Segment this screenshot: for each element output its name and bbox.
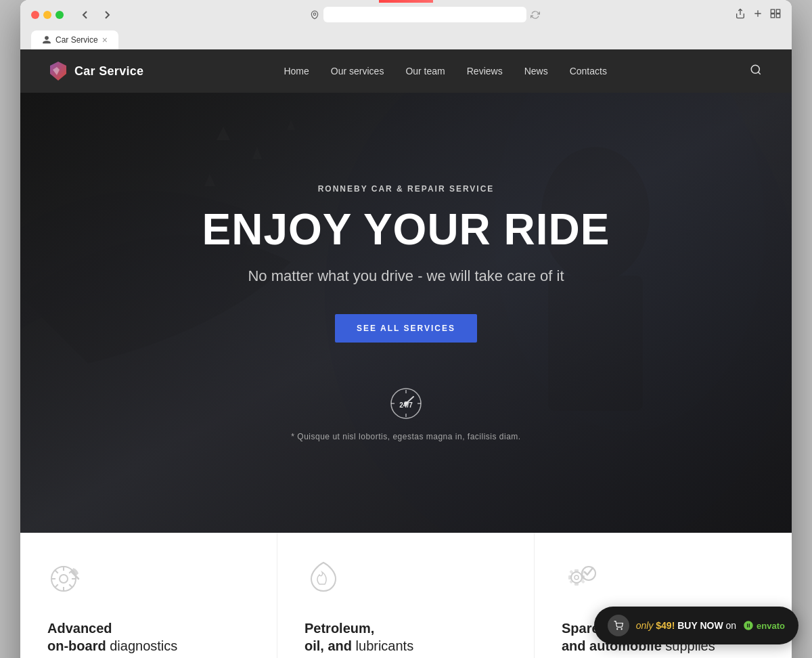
nav-contacts[interactable]: Contacts: [570, 66, 607, 76]
hero-description: No matter what you drive - we will take …: [202, 266, 610, 287]
browser-tabs: Car Service ×: [31, 28, 781, 49]
browser-top-bar: rnbtheme.com: [31, 7, 781, 22]
svg-line-33: [55, 584, 58, 587]
service-title-bold-3: Petroleum,: [304, 621, 374, 636]
svg-point-26: [60, 575, 68, 583]
hero-title: ENJOY YOUR RIDE: [202, 207, 610, 253]
svg-rect-6: [771, 14, 774, 17]
close-button[interactable]: [31, 11, 39, 19]
svg-point-7: [751, 65, 759, 73]
service-card-petroleum: Petroleum, oil, and lubricants: [277, 533, 535, 658]
service-title-bold-2: on-board: [47, 638, 106, 653]
cta-button[interactable]: SEE ALL SERVICES: [335, 314, 477, 343]
service-title-bold-1: Advanced: [47, 621, 112, 636]
svg-point-48: [621, 629, 622, 630]
service-card-diagnostics: Advanced on-board diagnostics: [20, 533, 277, 658]
svg-point-47: [616, 629, 617, 630]
url-input[interactable]: rnbtheme.com: [323, 7, 526, 22]
svg-rect-5: [776, 14, 780, 17]
main-navigation: Car Service Home Our services Our team R…: [20, 49, 792, 93]
clock-icon: 24/7: [382, 383, 430, 424]
windows-button[interactable]: [770, 8, 781, 22]
service-title-normal-2b: lubricants: [356, 638, 414, 653]
svg-rect-3: [771, 9, 774, 13]
buy-toggle-button[interactable]: [608, 615, 629, 636]
svg-rect-38: [574, 569, 579, 573]
hero-subtitle: RONNEBY CAR & REPAIR SERVICE: [202, 184, 610, 194]
forward-button[interactable]: [99, 8, 115, 22]
browser-controls: [77, 8, 115, 22]
service-title-normal-1b: diagnostics: [110, 638, 177, 653]
share-button[interactable]: [735, 8, 746, 22]
maximize-button[interactable]: [55, 11, 64, 19]
buy-banner[interactable]: only $49! BUY NOW on envato: [594, 607, 798, 644]
hero-section: RONNEBY CAR & REPAIR SERVICE ENJOY YOUR …: [20, 93, 792, 533]
browser-chrome: rnbtheme.com: [20, 0, 792, 49]
envato-logo: envato: [743, 620, 785, 631]
svg-line-32: [69, 584, 72, 587]
buy-text: only $49! BUY NOW on: [636, 620, 736, 631]
tab-close-button[interactable]: ×: [102, 35, 108, 45]
nav-links: Home Our services Our team Reviews News …: [284, 65, 606, 77]
nav-home[interactable]: Home: [284, 66, 309, 76]
new-tab-button[interactable]: [752, 8, 763, 22]
service-title-diagnostics: Advanced on-board diagnostics: [47, 619, 250, 655]
address-bar: rnbtheme.com: [123, 7, 727, 22]
service-title-petroleum: Petroleum, oil, and lubricants: [304, 619, 507, 655]
svg-rect-39: [574, 582, 579, 586]
accent-bar: [379, 0, 433, 3]
browser-action-buttons: [735, 8, 781, 22]
search-button[interactable]: [747, 61, 765, 82]
svg-rect-40: [568, 575, 572, 579]
logo-link[interactable]: Car Service: [47, 60, 143, 82]
svg-line-31: [55, 571, 58, 573]
website-content: Car Service Home Our services Our team R…: [20, 49, 792, 658]
svg-rect-44: [569, 579, 573, 584]
svg-line-8: [758, 72, 760, 74]
svg-point-37: [574, 575, 579, 579]
oil-icon: [304, 560, 507, 603]
tab-title: Car Service: [55, 35, 98, 45]
back-button[interactable]: [77, 8, 93, 22]
hero-content: RONNEBY CAR & REPAIR SERVICE ENJOY YOUR …: [188, 184, 623, 441]
nav-news[interactable]: News: [524, 66, 548, 76]
wheel-icon: [47, 560, 250, 603]
logo-icon: [47, 60, 69, 82]
nav-reviews[interactable]: Reviews: [467, 66, 503, 76]
svg-point-0: [313, 13, 316, 16]
service-title-bold-4: oil, and: [304, 638, 352, 653]
minimize-button[interactable]: [43, 11, 51, 19]
active-tab[interactable]: Car Service ×: [31, 30, 118, 49]
nav-services[interactable]: Our services: [331, 66, 384, 76]
logo-text: Car Service: [74, 64, 143, 79]
svg-text:24/7: 24/7: [399, 401, 413, 409]
gear-icon: [562, 560, 765, 603]
traffic-lights: [31, 11, 64, 19]
browser-window: rnbtheme.com: [20, 0, 792, 658]
hero-note: * Quisque ut nisl lobortis, egestas magn…: [291, 432, 520, 441]
nav-team[interactable]: Our team: [405, 66, 445, 76]
hero-badge: 24/7 * Quisque ut nisl lobortis, egestas…: [202, 383, 610, 441]
svg-rect-4: [776, 9, 780, 13]
